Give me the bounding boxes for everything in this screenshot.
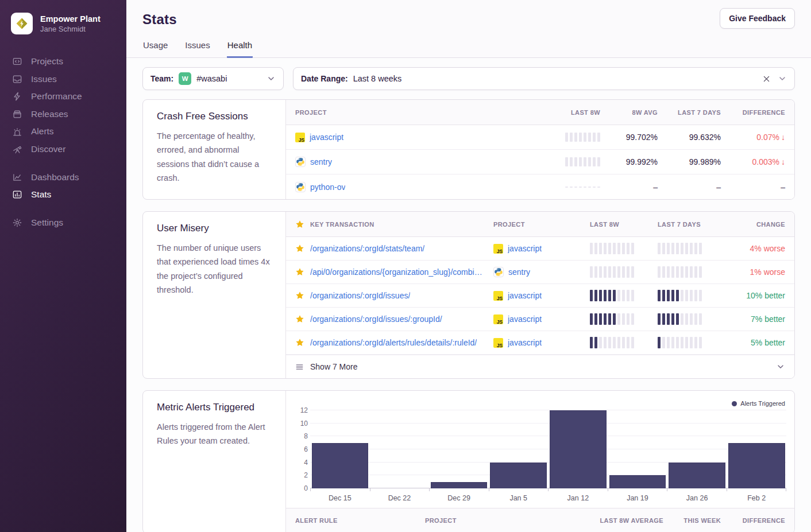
project-cell: JSjavascript [295, 133, 537, 142]
bar-slot [370, 410, 430, 488]
org-switcher[interactable]: Empower Plant Jane Schmidt [0, 13, 126, 34]
metric-alerts-panel: Metric Alerts Triggered Alerts triggered… [142, 390, 795, 532]
sidebar-item-dashboards[interactable]: Dashboards [0, 169, 126, 187]
change-value: 10% better [746, 291, 785, 300]
transaction-link[interactable]: /organizations/:orgId/alerts/rules/detai… [310, 338, 477, 347]
dashboards-icon [12, 172, 22, 182]
panel-title: Metric Alerts Triggered [157, 402, 272, 413]
tab-usage[interactable]: Usage [142, 40, 168, 58]
show-more-button[interactable]: Show 7 More [286, 355, 794, 378]
change-value: 4% worse [750, 244, 785, 253]
x-tick-label: Jan 5 [489, 494, 549, 502]
team-label: Team: [150, 74, 173, 83]
transaction-link[interactable]: /api/0/organizations/{organization_slug}… [310, 267, 485, 277]
chart-legend[interactable]: Alerts Triggered [295, 395, 786, 410]
sparkline [590, 337, 658, 348]
project-link[interactable]: javascript [508, 314, 542, 324]
key-transaction-star-icon[interactable] [295, 314, 304, 324]
star-icon [295, 220, 304, 229]
org-logo-icon [11, 13, 33, 34]
column-header: LAST 8W AVERAGE [600, 517, 663, 524]
project-link[interactable]: sentry [508, 267, 530, 277]
python-platform-icon [493, 267, 504, 277]
sparkline [590, 290, 658, 301]
python-platform-icon [295, 157, 306, 167]
sparkline [590, 266, 658, 278]
key-transaction-star-icon[interactable] [295, 244, 304, 253]
crash-free-sessions-table: PROJECTLAST 8W8W AVGLAST 7 DAYSDIFFERENC… [286, 100, 794, 199]
x-tick-icon [548, 488, 549, 491]
date-range-value: Last 8 weeks [353, 74, 402, 83]
project-link[interactable]: javascript [310, 133, 343, 142]
project-cell: sentry [493, 267, 590, 277]
date-range-select[interactable]: Date Range: Last 8 weeks [293, 67, 795, 90]
column-header: DIFFERENCE [743, 109, 785, 116]
sidebar-item-stats[interactable]: Stats [0, 186, 126, 204]
sidebar-item-releases[interactable]: Releases [0, 106, 126, 123]
column-header: PROJECT [493, 221, 590, 228]
avg-8w-value: – [653, 182, 658, 192]
bar[interactable] [550, 410, 607, 488]
project-link[interactable]: javascript [508, 338, 542, 347]
transaction-link[interactable]: /organizations/:orgId/issues/:groupId/ [310, 314, 442, 324]
sidebar-item-performance[interactable]: Performance [0, 88, 126, 106]
bar[interactable] [490, 463, 547, 488]
sparkline [565, 133, 600, 142]
date-range-label: Date Range: [301, 74, 348, 83]
sidebar-item-projects[interactable]: Projects [0, 53, 126, 71]
clear-icon[interactable] [762, 75, 771, 83]
chart-x-axis: Dec 15Dec 22Dec 29Jan 5Jan 12Jan 19Jan 2… [310, 491, 786, 508]
page-header: Stats Give Feedback UsageIssuesHealth [126, 0, 811, 58]
tab-health[interactable]: Health [227, 40, 253, 58]
project-link[interactable]: javascript [508, 244, 542, 253]
transaction-link[interactable]: /organizations/:orgId/issues/ [310, 291, 410, 300]
tab-bar: UsageIssuesHealth [142, 40, 795, 57]
sidebar-item-issues[interactable]: Issues [0, 71, 126, 88]
project-cell: python-ov [295, 182, 537, 192]
bar[interactable] [431, 482, 488, 488]
project-link[interactable]: sentry [310, 157, 332, 166]
project-link[interactable]: javascript [508, 291, 542, 300]
sparkline [658, 337, 725, 348]
table-row: /organizations/:orgId/stats/team/JSjavas… [286, 237, 794, 261]
javascript-platform-icon: JS [493, 338, 503, 348]
team-select[interactable]: Team: W #wasabi [142, 67, 284, 90]
column-header: CHANGE [756, 221, 785, 228]
key-transaction-star-icon[interactable] [295, 267, 304, 277]
x-tick-icon [370, 488, 370, 491]
team-avatar: W [179, 72, 191, 85]
sparkline [590, 243, 658, 254]
arrow-down-icon: ↓ [781, 157, 785, 166]
sidebar-nav: ProjectsIssuesPerformanceReleasesAlertsD… [0, 53, 126, 231]
column-header: LAST 7 DAYS [678, 109, 721, 116]
bar-slot [310, 410, 370, 488]
metric-alerts-info: Metric Alerts Triggered Alerts triggered… [143, 391, 286, 532]
sidebar-item-settings[interactable]: Settings [0, 214, 126, 232]
javascript-platform-icon: JS [295, 133, 305, 142]
last-7-days-value: 99.632% [689, 133, 721, 142]
project-link[interactable]: python-ov [310, 182, 345, 192]
key-transaction-star-icon[interactable] [295, 338, 304, 347]
sidebar-item-label: Issues [31, 74, 57, 85]
project-cell: JSjavascript [493, 291, 590, 301]
y-tick-label: 2 [304, 471, 308, 479]
change-value: 7% better [751, 314, 785, 324]
y-tick-label: 0 [304, 484, 308, 492]
tab-issues[interactable]: Issues [184, 40, 210, 58]
panel-description: The number of unique users that experien… [157, 241, 272, 297]
sidebar-item-discover[interactable]: Discover [0, 141, 126, 158]
sidebar-item-alerts[interactable]: Alerts [0, 123, 126, 141]
bar[interactable] [728, 443, 785, 488]
transaction-link[interactable]: /organizations/:orgId/stats/team/ [310, 244, 424, 253]
bar[interactable] [669, 463, 725, 488]
bar[interactable] [312, 443, 369, 488]
chevron-down-icon [267, 74, 276, 83]
main-area: Stats Give Feedback UsageIssuesHealth Te… [126, 0, 811, 532]
panel-title: Crash Free Sessions [157, 111, 272, 122]
sparkline [590, 313, 658, 325]
bar[interactable] [609, 475, 666, 488]
give-feedback-button[interactable]: Give Feedback [720, 8, 795, 29]
crash-free-sessions-panel: Crash Free Sessions The percentage of he… [142, 99, 795, 200]
column-header: ALERT RULE [295, 517, 425, 524]
key-transaction-star-icon[interactable] [295, 291, 304, 300]
